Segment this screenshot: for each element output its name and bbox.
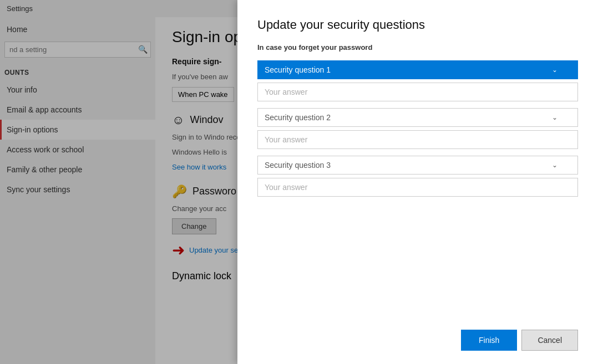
security-question-2-group: Security question 2 ⌄ xyxy=(257,108,578,149)
modal-subtitle: In case you forget your password xyxy=(257,43,578,52)
modal-overlay: Update your security questions In case y… xyxy=(0,0,598,364)
question3-select[interactable]: Security question 3 ⌄ xyxy=(257,156,578,175)
question1-select[interactable]: Security question 1 ⌄ xyxy=(257,60,578,79)
security-question-1-group: Security question 1 ⌄ xyxy=(257,60,578,101)
question2-select[interactable]: Security question 2 ⌄ xyxy=(257,108,578,127)
chevron-down-icon-2: ⌄ xyxy=(552,114,558,121)
modal-dialog: Update your security questions In case y… xyxy=(237,0,598,364)
answer-input-3[interactable] xyxy=(257,178,578,197)
question2-select-wrapper: Security question 2 ⌄ xyxy=(257,108,578,127)
modal-title: Update your security questions xyxy=(257,18,578,32)
question1-select-wrapper: Security question 1 ⌄ xyxy=(257,60,578,79)
security-question-3-group: Security question 3 ⌄ xyxy=(257,156,578,197)
answer-input-1[interactable] xyxy=(257,83,578,101)
answer-input-2[interactable] xyxy=(257,130,578,149)
chevron-down-icon-3: ⌄ xyxy=(552,161,558,169)
finish-button[interactable]: Finish xyxy=(461,330,517,351)
modal-footer: Finish Cancel xyxy=(257,319,578,351)
question3-select-wrapper: Security question 3 ⌄ xyxy=(257,156,578,175)
chevron-down-icon-1: ⌄ xyxy=(552,66,558,74)
cancel-button[interactable]: Cancel xyxy=(521,330,578,351)
